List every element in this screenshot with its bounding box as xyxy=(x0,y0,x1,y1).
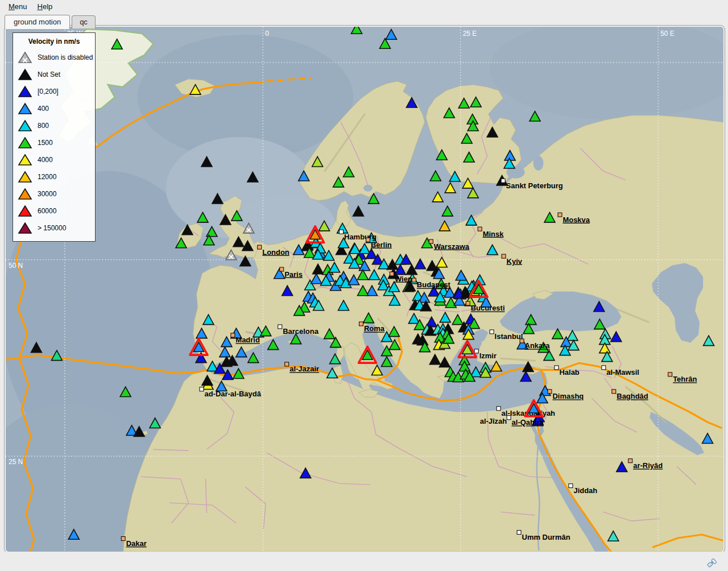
legend-triangle-icon xyxy=(18,205,32,217)
capital-square-icon xyxy=(390,272,394,276)
capital-square-icon xyxy=(429,239,433,243)
legend-label: [0,200] xyxy=(38,88,59,96)
menu-item-help[interactable]: Help xyxy=(32,1,58,12)
city-label: Kyiv xyxy=(507,257,523,266)
city-square-icon xyxy=(497,407,500,411)
city-label: Barcelona xyxy=(283,327,318,336)
city-square-icon xyxy=(474,349,478,353)
legend-label: 30000 xyxy=(38,190,56,198)
city-label: Madrid xyxy=(235,336,260,344)
lake-onega xyxy=(533,156,544,171)
legend-triangle-icon xyxy=(18,136,32,149)
map-panel: 25 W025 E50 E50 N25 N LondonParisMadridB… xyxy=(5,26,725,553)
legend-item: 400 xyxy=(18,100,90,117)
city-label: Budapest xyxy=(417,281,451,289)
city-label: London xyxy=(262,248,289,256)
city-marker-al-Jîzah: al-Jîzah xyxy=(480,417,507,425)
grid-label: 0 xyxy=(265,30,269,38)
capital-square-icon xyxy=(668,373,672,376)
capital-square-icon xyxy=(280,267,284,271)
tab-ground-motion[interactable]: ground motion xyxy=(5,15,70,29)
capital-square-icon xyxy=(478,227,482,231)
city-square-icon xyxy=(602,366,606,370)
capital-square-icon xyxy=(359,322,363,326)
velocity-legend: Velocity in nm/s Station is disabledNot … xyxy=(13,32,96,242)
legend-item: > 150000 xyxy=(18,220,90,237)
grid-label: 50 N xyxy=(9,262,23,270)
capital-square-icon xyxy=(366,238,370,242)
legend-triangle-icon xyxy=(18,119,32,132)
legend-triangle-icon xyxy=(18,102,32,115)
map-canvas[interactable]: 25 W025 E50 E50 N25 N LondonParisMadridB… xyxy=(6,27,723,552)
capital-square-icon xyxy=(612,390,616,394)
legend-item: 4000 xyxy=(18,151,90,168)
city-label: ar-Riyâd xyxy=(633,461,663,470)
legend-triangle-icon xyxy=(18,154,32,166)
legend-triangle-icon xyxy=(18,171,32,183)
legend-triangle-icon xyxy=(18,51,32,64)
city-label: Bucuresti xyxy=(471,304,505,312)
capital-square-icon xyxy=(628,459,632,463)
city-label: al-Mawsil xyxy=(606,368,639,376)
city-label: Dimashq xyxy=(552,392,584,400)
legend-label: 400 xyxy=(38,105,49,113)
legend-item: Station is disabled xyxy=(18,49,90,66)
grid-label: 25 E xyxy=(463,30,477,38)
city-label: al-Jazair xyxy=(289,365,319,373)
city-label: Paris xyxy=(284,270,303,279)
city-label: Tehrân xyxy=(673,375,697,383)
grid-label: 50 E xyxy=(660,30,675,38)
city-square-icon xyxy=(200,387,204,391)
city-label: Warszawa xyxy=(434,242,470,251)
city-square-icon xyxy=(490,330,494,334)
capital-square-icon xyxy=(466,301,470,305)
legend-label: 4000 xyxy=(38,156,53,164)
city-square-icon xyxy=(555,366,559,370)
city-label: Minsk xyxy=(483,230,504,238)
capital-square-icon xyxy=(548,390,552,394)
legend-item: 60000 xyxy=(18,202,90,220)
city-square-icon xyxy=(501,179,505,183)
city-label: al-Jîzah xyxy=(480,417,507,425)
legend-item: 800 xyxy=(18,117,90,134)
legend-item: Not Set xyxy=(18,66,90,83)
capital-square-icon xyxy=(502,254,506,258)
legend-item: 12000 xyxy=(18,168,90,185)
city-label: al-Qahira xyxy=(512,418,544,427)
city-label: Jiddah xyxy=(573,486,597,495)
city-square-icon xyxy=(507,416,511,420)
capital-square-icon xyxy=(121,537,125,541)
city-label: ad-Dar-al-Baydâ xyxy=(204,390,261,398)
capital-square-icon xyxy=(558,213,562,217)
grid-label: 25 N xyxy=(9,458,23,466)
legend-label: > 150000 xyxy=(38,224,66,232)
city-label: Halab xyxy=(559,368,579,376)
legend-triangle-icon xyxy=(18,85,32,98)
capital-square-icon xyxy=(258,245,262,249)
legend-triangle-icon xyxy=(18,222,32,234)
legend-label: 60000 xyxy=(38,207,56,215)
legend-label: Station is disabled xyxy=(38,53,93,61)
menu-item-menu[interactable]: Menu xyxy=(3,1,32,12)
legend-label: 1500 xyxy=(38,139,53,147)
legend-label: 12000 xyxy=(38,173,56,181)
city-label: Baghdâd xyxy=(617,392,648,400)
tab-bar: ground motionqc xyxy=(5,14,97,28)
legend-label: Not Set xyxy=(38,71,60,78)
application-window: { "window": { "menu": [ {"label": "Menu"… xyxy=(0,0,728,571)
city-label: Wien xyxy=(395,275,412,283)
legend-triangle-icon xyxy=(18,68,32,81)
legend-item: [0,200] xyxy=(18,83,90,100)
tab-qc[interactable]: qc xyxy=(72,15,96,28)
capital-square-icon xyxy=(412,278,416,282)
city-label: Ankara xyxy=(525,341,551,350)
connection-plug-icon[interactable] xyxy=(705,557,717,569)
city-label: Istanbul xyxy=(495,332,523,341)
city-label: Umm Durmân xyxy=(522,533,570,541)
city-label: Sankt Peterburg xyxy=(506,181,563,190)
capital-square-icon xyxy=(285,362,289,366)
city-label: Berlin xyxy=(371,241,392,249)
legend-item: 30000 xyxy=(18,185,90,202)
legend-item: 1500 xyxy=(18,134,90,151)
city-label: Dakar xyxy=(126,539,147,548)
